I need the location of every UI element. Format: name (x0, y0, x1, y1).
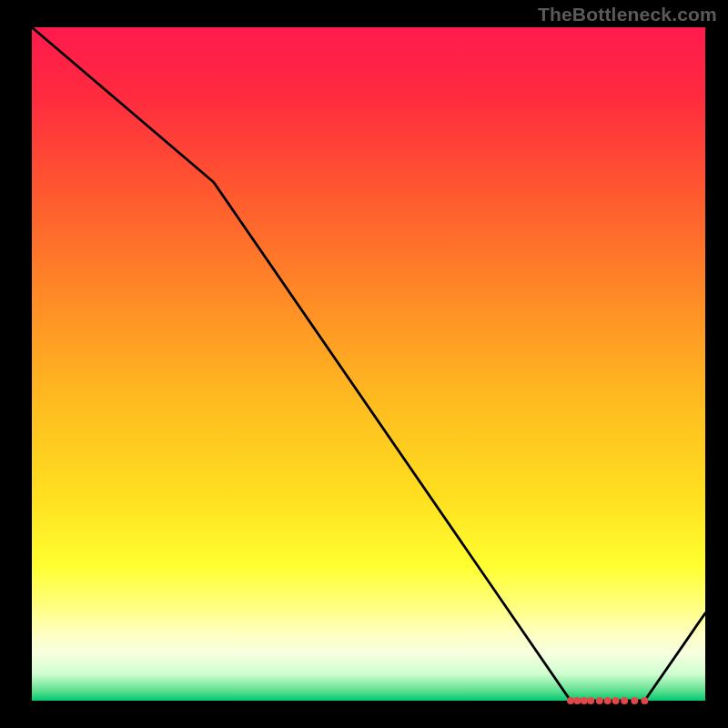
marker-group (567, 697, 648, 704)
watermark-text: TheBottleneck.com (538, 4, 717, 25)
marker-dot (631, 697, 638, 704)
marker-dot (581, 697, 588, 704)
marker-dot (641, 697, 648, 704)
marker-dot (596, 697, 603, 704)
plot-background (32, 27, 705, 701)
marker-dot (612, 697, 620, 704)
bottleneck-chart (0, 0, 728, 728)
marker-dot (621, 697, 628, 704)
marker-dot (587, 697, 594, 704)
marker-dot (573, 697, 581, 704)
marker-dot (604, 697, 612, 704)
marker-dot (567, 697, 574, 704)
